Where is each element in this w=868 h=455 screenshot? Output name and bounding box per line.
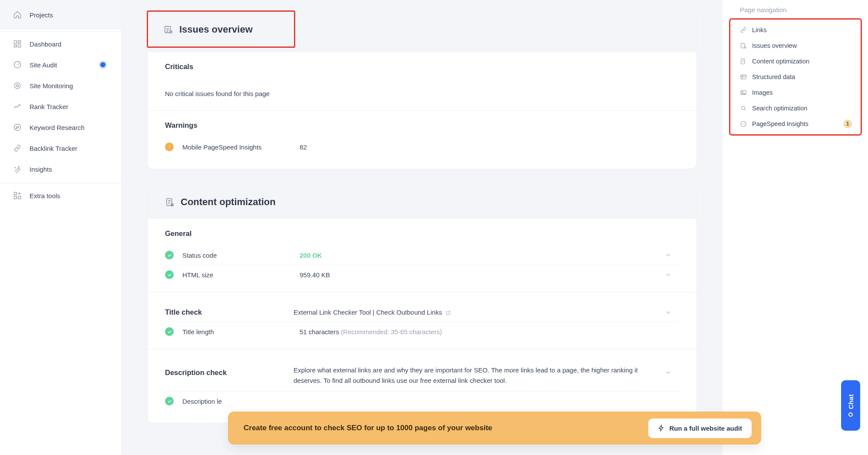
main-content: Issues overview Criticals No critical is… — [122, 0, 723, 455]
structured-icon — [740, 73, 747, 80]
status-code-value: 200 OK — [300, 252, 322, 259]
svg-rect-18 — [741, 75, 746, 79]
warnings-block: Warnings Mobile PageSpeed Insights 82 — [148, 110, 696, 164]
criticals-message: No critical issues found for this page — [43, 90, 658, 97]
general-label: General — [165, 229, 679, 238]
chevron-down-icon[interactable] — [664, 369, 672, 376]
chat-status-icon — [848, 412, 853, 417]
sidebar-item-extra-tools[interactable]: Extra tools — [0, 185, 121, 206]
chat-button[interactable]: Chat — [841, 380, 860, 431]
description-check-value: Explore what external links are and why … — [294, 365, 658, 386]
home-icon — [13, 10, 22, 19]
description-check-block: Description check Explore what external … — [148, 349, 696, 418]
title-check-value: External Link Checker Tool | Check Outbo… — [294, 309, 442, 316]
title-length-value: 51 characters — [300, 328, 339, 335]
run-audit-button[interactable]: Run a full website audit — [648, 418, 752, 438]
issues-icon — [740, 42, 747, 49]
warning-icon — [165, 143, 174, 151]
title-length-reco: (Recommended: 35-65 characters) — [341, 328, 442, 335]
svg-point-20 — [742, 91, 743, 93]
svg-rect-9 — [14, 196, 17, 199]
title-check-row[interactable]: Title check External Link Checker Tool |… — [165, 303, 679, 322]
warning-value: 82 — [300, 143, 658, 151]
issues-icon — [164, 25, 173, 34]
svg-rect-2 — [18, 44, 21, 47]
svg-rect-3 — [14, 45, 17, 47]
check-icon — [165, 397, 174, 405]
pagenav-item-pagespeed[interactable]: PageSpeed Insights 1 — [733, 116, 858, 132]
pagenav-badge: 1 — [843, 120, 852, 128]
compass-icon — [13, 123, 22, 132]
gauge-icon — [13, 60, 22, 69]
sidebar: Projects Dashboard Site Audit Site Monit… — [0, 0, 122, 455]
svg-rect-10 — [18, 196, 21, 199]
link-icon — [740, 27, 747, 33]
pagenav-item-links[interactable]: Links — [733, 22, 858, 38]
sidebar-projects[interactable]: Projects — [0, 0, 121, 30]
sidebar-item-rank-tracker[interactable]: Rank Tracker — [0, 96, 121, 117]
link-icon — [13, 144, 22, 153]
criticals-block: Criticals No critical issues found for t… — [148, 52, 696, 110]
description-check-row[interactable]: Description check Explore what external … — [165, 360, 679, 391]
search-icon — [740, 105, 747, 112]
sidebar-item-label: Rank Tracker — [30, 103, 68, 110]
dashboard-icon — [13, 40, 22, 48]
status-code-row[interactable]: Status code 200 OK — [165, 246, 679, 265]
pagenav-item-structured[interactable]: Structured data — [733, 69, 858, 85]
content-icon — [165, 197, 175, 207]
sidebar-item-dashboard[interactable]: Dashboard — [0, 33, 121, 54]
sidebar-item-site-audit[interactable]: Site Audit — [0, 54, 121, 75]
pagenav-item-label: Links — [752, 27, 767, 33]
sidebar-item-label: Extra tools — [30, 192, 60, 199]
sidebar-item-insights[interactable]: Insights — [0, 159, 121, 179]
sidebar-item-label: Dashboard — [30, 40, 61, 48]
warnings-label: Warnings — [165, 121, 679, 130]
pagenav-item-images[interactable]: Images — [733, 85, 858, 100]
target-icon — [13, 81, 22, 90]
general-block: General Status code 200 OK HTML size 959… — [148, 219, 696, 292]
warning-row[interactable]: Mobile PageSpeed Insights 82 — [165, 137, 679, 156]
pagenav-item-content[interactable]: Content optimization — [733, 53, 858, 69]
sidebar-item-keyword-research[interactable]: Keyword Research — [0, 117, 121, 138]
pagenav-item-label: Images — [752, 89, 773, 96]
chat-label: Chat — [847, 394, 855, 409]
check-icon — [165, 327, 174, 336]
pagenav-item-label: PageSpeed Insights — [752, 120, 809, 127]
status-code-label: Status code — [182, 252, 294, 259]
chart-line-icon — [13, 102, 22, 111]
issues-overview-card: Issues overview Criticals No critical is… — [148, 6, 696, 169]
title-check-block: Title check External Link Checker Tool |… — [148, 292, 696, 349]
description-length-label: Description le — [182, 398, 294, 405]
sidebar-item-label: Backlink Tracker — [30, 145, 77, 152]
chevron-down-icon[interactable] — [664, 309, 672, 316]
svg-point-6 — [17, 85, 19, 87]
svg-rect-8 — [14, 193, 17, 195]
chevron-down-icon[interactable] — [664, 251, 672, 259]
check-icon — [165, 270, 174, 279]
pagenav-item-issues[interactable]: Issues overview — [733, 38, 858, 53]
check-icon — [165, 251, 174, 259]
grid-plus-icon — [13, 191, 22, 200]
svg-point-5 — [14, 83, 20, 88]
svg-rect-0 — [14, 41, 17, 44]
content-optimization-card: Content optimization General Status code… — [148, 182, 696, 423]
external-link-icon[interactable] — [446, 310, 451, 316]
sidebar-item-label: Site Monitoring — [30, 82, 73, 90]
chevron-down-icon[interactable] — [664, 271, 672, 279]
pagenav-item-label: Structured data — [752, 73, 795, 80]
sidebar-projects-label: Projects — [30, 11, 53, 19]
html-size-row[interactable]: HTML size 959.40 KB — [165, 265, 679, 284]
pagenav-item-label: Search optimization — [752, 105, 807, 112]
wand-icon — [13, 165, 22, 173]
content-optimization-header: Content optimization — [148, 182, 696, 219]
speed-icon — [740, 120, 747, 127]
svg-point-12 — [170, 31, 172, 33]
warning-label: Mobile PageSpeed Insights — [182, 143, 294, 151]
description-check-label: Description check — [165, 365, 287, 377]
sidebar-item-backlink-tracker[interactable]: Backlink Tracker — [0, 138, 121, 159]
bolt-icon — [658, 425, 665, 432]
pagenav-item-search[interactable]: Search optimization — [733, 100, 858, 116]
svg-rect-1 — [18, 41, 21, 43]
criticals-label: Criticals — [165, 63, 679, 71]
issues-overview-header: Issues overview — [148, 6, 696, 52]
